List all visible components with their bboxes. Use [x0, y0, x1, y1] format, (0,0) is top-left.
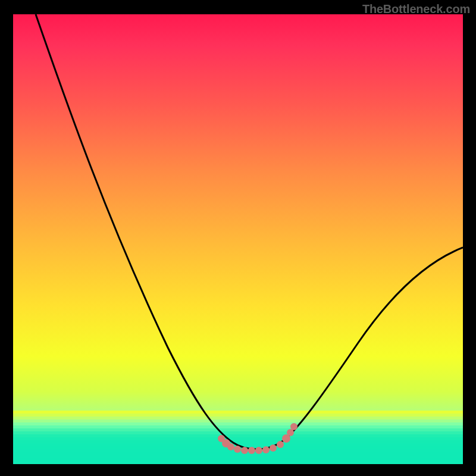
svg-point-12 [290, 423, 298, 430]
svg-point-4 [241, 447, 248, 454]
svg-point-6 [255, 447, 262, 454]
chart-frame [12, 13, 464, 465]
watermark-text: TheBottleneck.com [362, 2, 470, 16]
valley-dots-group [218, 423, 298, 454]
svg-point-3 [234, 446, 241, 453]
svg-point-11 [287, 429, 294, 436]
svg-point-9 [277, 441, 284, 448]
bottleneck-curve [13, 14, 463, 464]
svg-point-2 [227, 443, 234, 450]
svg-point-8 [270, 444, 277, 452]
svg-point-5 [248, 447, 255, 454]
plot-area [13, 14, 463, 464]
curve-path [36, 14, 463, 449]
svg-point-7 [262, 446, 270, 453]
